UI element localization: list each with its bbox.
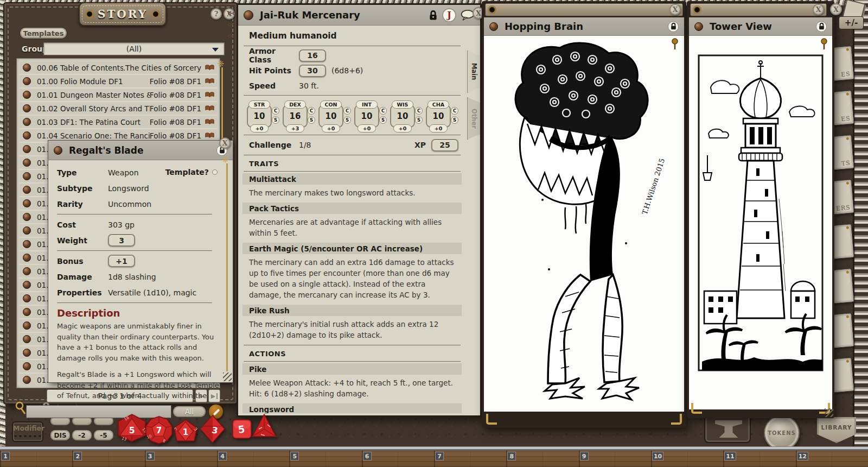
book-icon[interactable] (205, 118, 214, 125)
story-entry[interactable]: 01.02 Overall Story Arcs and ThreadsFoli… (20, 102, 218, 115)
close-button[interactable]: X (219, 137, 231, 149)
close-button[interactable]: X (669, 4, 681, 15)
image-titlebar[interactable]: Hopping Brain (484, 17, 684, 36)
modifier-button-dis[interactable]: DIS (50, 430, 71, 441)
image-drag-strip[interactable] (485, 3, 683, 16)
item-scrollbar[interactable]: ❈ (224, 163, 229, 371)
link-orb-icon[interactable] (23, 321, 31, 330)
forge-patch-button[interactable] (704, 414, 751, 443)
d20-die[interactable]: 5 18 15 13 (116, 414, 148, 442)
book-icon[interactable] (205, 78, 214, 85)
search-icon[interactable] (14, 401, 27, 415)
lock-icon[interactable] (816, 21, 827, 32)
story-entry[interactable]: 01.00 Folio Module DF1Folio #08 DF1 (20, 75, 218, 87)
lock-icon[interactable] (429, 10, 438, 21)
title-orb-icon[interactable] (244, 10, 253, 20)
pin-icon[interactable] (820, 38, 828, 50)
tokens-bag-button[interactable]: TOKENS (764, 415, 800, 451)
story-entry[interactable]: 01.03 DF1: The Patina CourtFolio #08 DF1 (20, 116, 218, 128)
link-orb-icon[interactable] (23, 294, 31, 302)
image-canvas-hopping-brain[interactable]: T.H.Wilson 2015 (484, 36, 684, 412)
action-name[interactable]: Longsword (242, 403, 462, 413)
ability-mod[interactable]: +0 (250, 124, 269, 132)
sidebar-close-button[interactable]: X (830, 3, 842, 15)
ability-save-button[interactable]: S (379, 116, 387, 124)
image-canvas-tower-view[interactable] (689, 36, 832, 409)
link-orb-icon[interactable] (23, 267, 31, 275)
ability-mod[interactable]: +0 (322, 124, 340, 132)
d8-die[interactable]: 3 (200, 415, 226, 443)
hotbar-slot-9[interactable]: 9 (579, 451, 651, 467)
group-select[interactable]: (All) (43, 42, 225, 55)
template-toggle[interactable]: Template? (165, 168, 218, 176)
book-icon[interactable] (205, 132, 214, 139)
link-orb-icon[interactable] (23, 226, 31, 235)
ability-check-button[interactable]: C (451, 107, 458, 115)
ability-check-button[interactable]: C (343, 107, 351, 115)
link-orb-icon[interactable] (23, 118, 31, 126)
link-orb-icon[interactable] (23, 145, 31, 153)
story-title-plaque[interactable]: STORY (79, 2, 167, 26)
modifier-button-5[interactable]: -5 (93, 430, 114, 441)
link-orb-icon[interactable] (23, 213, 31, 221)
d12-die[interactable]: 7 10 8 (145, 416, 173, 444)
hotbar-slot-12[interactable]: 12 (796, 451, 868, 467)
link-orb-icon[interactable] (23, 131, 31, 140)
trait-name[interactable]: Multiattack (242, 173, 462, 185)
hotbar-slot-8[interactable]: 8 (506, 451, 578, 467)
title-orb-icon[interactable] (489, 22, 498, 31)
pin-icon[interactable] (671, 38, 679, 50)
story-entry[interactable]: 00.06 Table of Contents.The Cities of So… (20, 61, 218, 74)
link-orb-icon[interactable] (23, 64, 31, 72)
resize-grip[interactable] (825, 408, 833, 417)
hp-value-box[interactable]: 30 (299, 65, 326, 77)
link-orb-icon[interactable] (23, 308, 31, 316)
link-orb-icon[interactable] (23, 240, 31, 248)
ability-save-button[interactable]: S (343, 116, 351, 124)
lock-icon[interactable] (668, 21, 679, 32)
link-orb-icon[interactable] (23, 362, 31, 370)
xp-value-box[interactable]: 25 (431, 139, 458, 152)
ability-save-button[interactable]: S (415, 116, 423, 124)
link-orb-icon[interactable] (23, 91, 31, 99)
link-orb-icon[interactable] (23, 104, 31, 112)
ability-mod[interactable]: +0 (358, 124, 376, 132)
hotbar-slot-3[interactable]: 3 (145, 451, 217, 467)
npc-titlebar[interactable]: Jai-Ruk Mercenary J (238, 5, 480, 26)
action-name[interactable]: Pike (242, 363, 462, 375)
hotbar-slot-1[interactable]: 1 (0, 451, 72, 467)
radio-icon[interactable] (212, 169, 218, 175)
close-button[interactable]: X (813, 4, 824, 15)
modifier-box[interactable]: Modifier (12, 421, 43, 442)
link-orb-icon[interactable] (23, 349, 31, 357)
hotbar-slot-6[interactable]: 6 (362, 451, 434, 467)
ability-check-button[interactable]: C (379, 107, 387, 115)
hotbar-slot-10[interactable]: 10 (651, 451, 723, 467)
book-icon[interactable] (205, 64, 214, 71)
book-icon[interactable] (205, 105, 214, 112)
hotbar-slot-4[interactable]: 4 (217, 451, 289, 467)
hotbar-slot-11[interactable]: 11 (723, 451, 795, 467)
tab-main[interactable]: Main (467, 51, 480, 93)
trait-name[interactable]: Earth Magic (5/encounter OR AC increase) (242, 243, 462, 254)
ability-save-button[interactable]: S (451, 116, 458, 124)
ac-value-box[interactable]: 16 (299, 49, 326, 62)
ability-check-button[interactable]: C (272, 107, 279, 115)
ability-check-button[interactable]: C (415, 107, 423, 115)
field-value-box[interactable]: +1 (108, 255, 135, 267)
field-value-box[interactable]: 3 (108, 234, 135, 247)
trait-name[interactable]: Pike Rush (242, 305, 462, 316)
d6-die[interactable]: 5 (232, 419, 252, 439)
image-titlebar[interactable]: Tower View (689, 17, 832, 36)
story-entry[interactable]: 01.01 Dungeon Master Notes & SuggestionF… (20, 89, 218, 101)
npc-token[interactable]: J (442, 8, 456, 22)
link-orb-icon[interactable] (23, 281, 31, 289)
help-button[interactable]: ? (210, 8, 222, 20)
image-drag-strip[interactable] (690, 3, 827, 16)
plus-minus-button[interactable]: +/- (839, 16, 864, 29)
title-orb-icon[interactable] (54, 146, 62, 155)
d4-die[interactable] (251, 413, 277, 439)
link-orb-icon[interactable] (23, 254, 31, 262)
tab-other[interactable]: Other (467, 97, 480, 140)
title-orb-icon[interactable] (694, 22, 703, 31)
